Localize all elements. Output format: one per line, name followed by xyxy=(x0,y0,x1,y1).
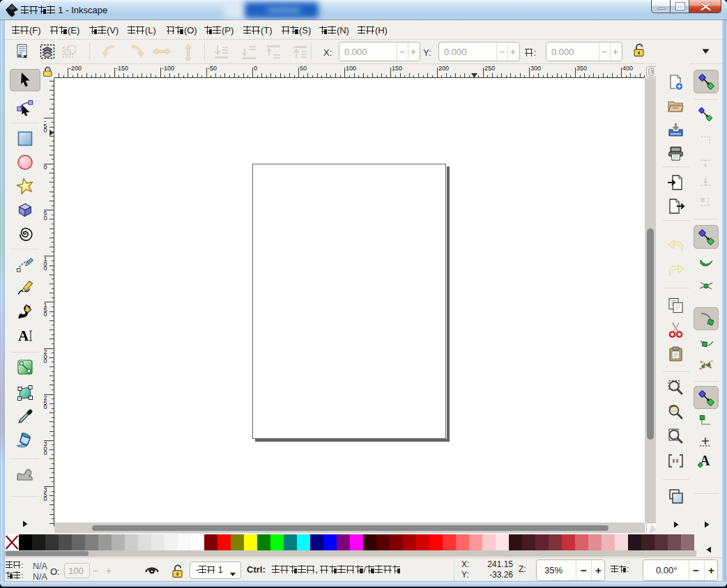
svg-text:A: A xyxy=(18,327,29,344)
